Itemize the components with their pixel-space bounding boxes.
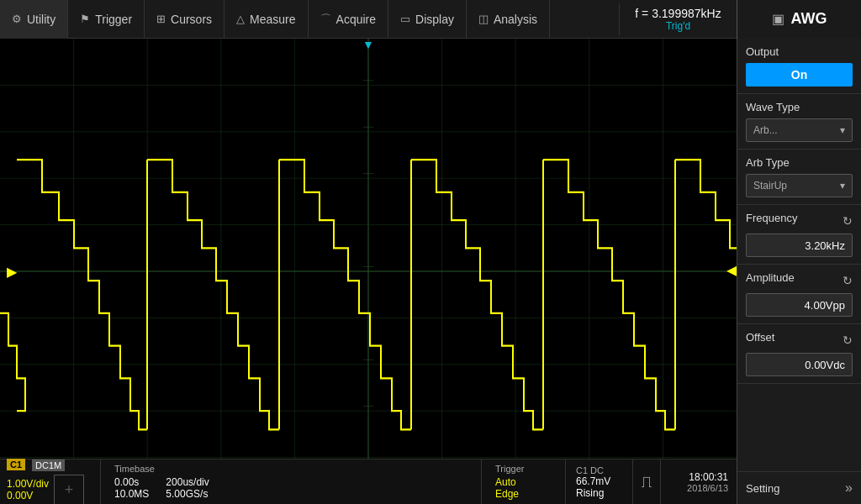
wave-type-label: Wave Type (746, 101, 853, 113)
analysis-icon: ◫ (478, 13, 489, 25)
ch1-vdiv: 1.00V/div (7, 478, 49, 490)
offset-value-box[interactable]: 0.00Vdc (746, 353, 853, 376)
ch1-dc-sub: Rising (576, 487, 622, 499)
chevron-down-icon-arb: ▾ (840, 180, 845, 192)
clock-time: 18:00:31 (689, 471, 728, 483)
nav-display-label: Display (415, 13, 454, 26)
ch1-coupling: DC1M (32, 459, 65, 471)
frequency-value-box[interactable]: 3.20kHz (746, 234, 853, 257)
nav-trigger-label: Trigger (95, 13, 132, 26)
nav-cursors[interactable]: ⊞ Cursors (145, 0, 224, 39)
arb-type-label: Arb Type (746, 156, 853, 169)
ch1-dc-section: C1 DC 66.7mV Rising (566, 459, 633, 504)
amplitude-value: 4.00Vpp (805, 299, 845, 312)
awg-header: ▣ AWG (737, 0, 861, 39)
offset-value: 0.00Vdc (805, 359, 845, 371)
ch1-dc-value: 66.7mV (576, 475, 622, 487)
offset-refresh-icon[interactable]: ↻ (843, 333, 853, 347)
amplitude-value-box[interactable]: 4.00Vpp (746, 293, 853, 317)
arb-type-dropdown[interactable]: StairUp ▾ (746, 174, 853, 197)
ch1-offset: 0.00V (7, 490, 49, 501)
amplitude-label: Amplitude (746, 271, 795, 284)
setting-arrow-icon: » (845, 480, 853, 496)
nav-analysis-label: Analysis (494, 13, 537, 26)
cursors-icon: ⊞ (156, 13, 166, 25)
scope-area: ▼ ▶ ◀ C1 DC1M 1.00V/div 0.00V + (0, 39, 737, 504)
trigger-arrow-top: ▼ (362, 39, 374, 50)
awg-title: AWG (791, 10, 827, 28)
offset-section: Offset ↻ 0.00Vdc (737, 324, 861, 384)
output-section: Output On (737, 39, 861, 94)
frequency-value: 3.20kHz (805, 239, 845, 252)
awg-icon: ▣ (772, 11, 784, 27)
nav-utility[interactable]: ⚙ Utility (0, 0, 68, 39)
arb-type-section: Arb Type StairUp ▾ (737, 150, 861, 205)
nav-trigger[interactable]: ⚑ Trigger (68, 0, 145, 39)
ch1-crosshair: + (54, 475, 84, 504)
setting-section[interactable]: Setting » (737, 471, 861, 504)
nav-cursors-label: Cursors (171, 13, 212, 26)
timebase-time1: 0.00s (114, 476, 149, 488)
nav-measure[interactable]: △ Measure (224, 0, 308, 39)
output-label: Output (746, 45, 853, 58)
measure-icon: △ (236, 13, 245, 25)
awg-right-panel: Output On Wave Type Arb... ▾ Arb Type St… (737, 39, 861, 504)
waveform-svg (0, 39, 737, 504)
freq-display: f = 3.199987kHz Trig'd (619, 3, 737, 35)
usb-icon: ⎍ (642, 472, 652, 491)
nav-analysis[interactable]: ◫ Analysis (467, 0, 550, 39)
nav-measure-label: Measure (250, 13, 295, 26)
trigger-level-arrow: ◀ (726, 262, 737, 278)
trig-status: Trig'd (633, 20, 723, 32)
clock-date: 2018/6/13 (687, 483, 728, 493)
top-nav-bar: ⚙ Utility ⚑ Trigger ⊞ Cursors △ Measure … (0, 0, 861, 39)
nav-acquire-label: Acquire (336, 13, 376, 26)
trigger-type: Edge (495, 488, 552, 500)
nav-acquire[interactable]: ⌒ Acquire (309, 0, 388, 39)
usb-section: ⎍ (633, 459, 661, 504)
ch1-ground-arrow: ▶ (7, 264, 17, 280)
frequency-refresh-icon[interactable]: ↻ (843, 214, 853, 228)
wave-type-section: Wave Type Arb... ▾ (737, 94, 861, 150)
trigger-title: Trigger (495, 464, 552, 474)
wave-type-value: Arb... (753, 124, 778, 136)
output-on-button[interactable]: On (746, 63, 853, 87)
timebase-title: Timebase (114, 464, 467, 474)
frequency-section: Frequency ↻ 3.20kHz (737, 205, 861, 265)
amplitude-refresh-icon[interactable]: ↻ (843, 274, 853, 287)
offset-label: Offset (746, 331, 774, 344)
setting-label: Setting (746, 482, 779, 495)
chevron-down-icon: ▾ (840, 124, 845, 136)
acquire-icon: ⌒ (320, 12, 331, 27)
nav-utility-label: Utility (27, 13, 55, 26)
time-section: 18:00:31 2018/6/13 (661, 459, 737, 504)
timebase-time2: 200us/div (166, 476, 209, 488)
ch1-info: C1 DC1M 1.00V/div 0.00V + (0, 459, 101, 504)
main-area: ▼ ▶ ◀ C1 DC1M 1.00V/div 0.00V + (0, 39, 861, 504)
arb-type-value: StairUp (753, 180, 787, 192)
trigger-icon: ⚑ (80, 13, 90, 25)
ch1-badge: C1 (7, 459, 25, 470)
utility-icon: ⚙ (12, 13, 22, 25)
frequency-label: Frequency (746, 212, 797, 224)
display-icon: ▭ (400, 13, 410, 25)
ch1-dc-label: C1 DC (576, 465, 622, 475)
bottom-status-bar: C1 DC1M 1.00V/div 0.00V + Timebase 0.00s (0, 459, 737, 504)
wave-type-dropdown[interactable]: Arb... ▾ (746, 118, 853, 142)
timebase-time3: 10.0MS (114, 488, 149, 500)
timebase-time4: 5.00GS/s (166, 488, 209, 500)
freq-value: f = 3.199987kHz (633, 7, 723, 20)
amplitude-section: Amplitude ↻ 4.00Vpp (737, 265, 861, 324)
trigger-mode: Auto (495, 476, 552, 488)
timebase-section: Timebase 0.00s 10.0MS 200us/div 5.00GS/s (101, 459, 482, 504)
trigger-section: Trigger Auto Edge (482, 459, 566, 504)
nav-display[interactable]: ▭ Display (388, 0, 467, 39)
